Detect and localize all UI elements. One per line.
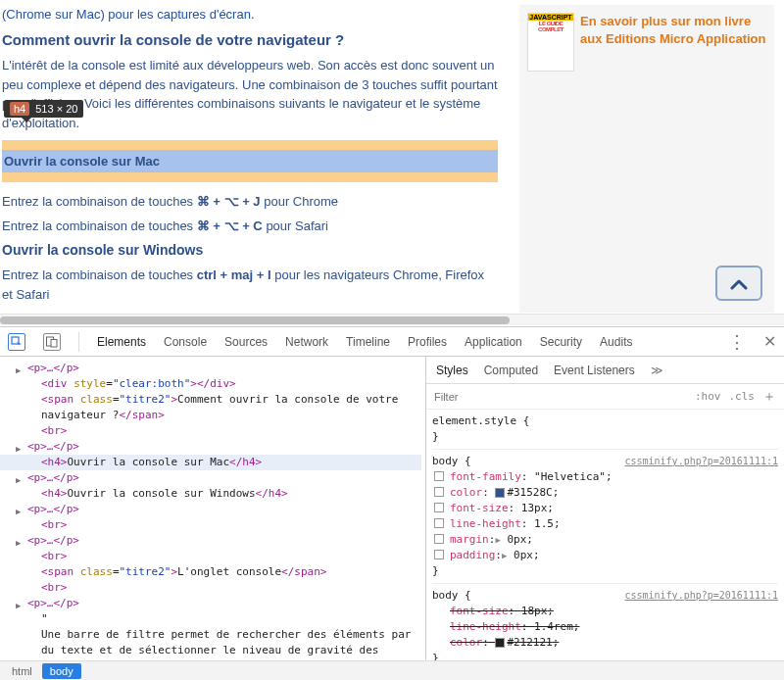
color-swatch[interactable] [495, 638, 505, 648]
back-to-top-button[interactable] [715, 266, 762, 301]
tab-console[interactable]: Console [164, 335, 207, 349]
chevron-up-icon [730, 278, 748, 290]
tab-elements[interactable]: Elements [97, 335, 146, 349]
tab-audits[interactable]: Audits [600, 335, 632, 349]
rule-source-link[interactable]: cssminify.php?p=20161111:1 [624, 588, 778, 604]
tab-security[interactable]: Security [540, 335, 582, 349]
tab-application[interactable]: Application [465, 335, 522, 349]
devtools-close-icon[interactable]: ✕ [763, 332, 776, 351]
devtools-menu-icon[interactable]: ⋮ [728, 331, 746, 353]
highlight-margin-band: Ouvrir la console sur Mac [2, 140, 498, 182]
devtools-panel: Elements Console Sources Network Timelin… [0, 326, 784, 680]
styles-tab-computed[interactable]: Computed [484, 364, 538, 377]
styles-tab-more-icon[interactable]: ≫ [651, 364, 663, 377]
breadcrumb-html[interactable]: html [4, 663, 40, 679]
tab-timeline[interactable]: Timeline [346, 335, 390, 349]
tab-network[interactable]: Network [285, 335, 328, 349]
css-rules[interactable]: element.style { } cssminify.php?p=201611… [426, 410, 784, 660]
intro-paragraph: L'intérêt de la console est limité aux d… [2, 56, 498, 132]
styles-filter-input[interactable] [434, 391, 687, 403]
inspect-tooltip-dims: 513 × 20 [35, 103, 77, 115]
intro-link-tail: (Chrome sur Mac) pour les captures d'écr… [2, 5, 498, 24]
h4-mac-heading: Ouvrir la console sur Mac [2, 150, 498, 172]
styles-tab-event-listeners[interactable]: Event Listeners [554, 364, 635, 377]
color-swatch[interactable] [495, 488, 505, 498]
svg-rect-2 [51, 339, 57, 347]
dom-selected-h4[interactable]: <h4>Ouvrir la console sur Mac</h4> [0, 455, 421, 470]
scrollbar-thumb[interactable] [0, 316, 510, 324]
styles-pane: Styles Computed Event Listeners ≫ :hov .… [426, 357, 784, 660]
dom-tree[interactable]: ▶<p>…</p> <div style="clear:both"></div>… [0, 357, 426, 660]
cls-toggle[interactable]: .cls [729, 390, 756, 403]
mac-safari-line: Entrez la combinaison de touches ⌘ + ⌥ +… [2, 217, 498, 236]
hov-toggle[interactable]: :hov [695, 390, 721, 403]
inspect-tooltip-tag: h4 [10, 102, 29, 116]
new-style-rule-icon[interactable]: ＋ [762, 388, 776, 406]
rule-source-link[interactable]: cssminify.php?p=20161111:1 [624, 454, 778, 469]
styles-tab-styles[interactable]: Styles [436, 364, 468, 377]
inspect-tooltip: h4513 × 20 [4, 100, 83, 118]
win-line: Entrez la combinaison de touches ctrl + … [2, 266, 498, 304]
book-link[interactable]: En savoir plus sur mon livre aux Edition… [580, 14, 765, 46]
book-thumbnail: JAVASCRIPT LE GUIDE COMPLET [527, 13, 574, 72]
breadcrumb: html body [0, 660, 784, 680]
tab-profiles[interactable]: Profiles [408, 335, 447, 349]
horizontal-scrollbar[interactable] [0, 314, 784, 325]
tab-sources[interactable]: Sources [224, 335, 268, 349]
breadcrumb-body[interactable]: body [42, 663, 81, 679]
devtools-tabbar: Elements Console Sources Network Timelin… [0, 327, 784, 357]
inspect-element-icon[interactable] [8, 333, 25, 351]
section-heading: Comment ouvrir la console de votre navig… [2, 29, 498, 52]
device-toolbar-icon[interactable] [43, 333, 61, 351]
mac-chrome-line: Entrez la combinaison de touches ⌘ + ⌥ +… [2, 192, 498, 212]
h4-win-heading: Ouvrir la console sur Windows [2, 240, 498, 261]
sidebar-promo: JAVASCRIPT LE GUIDE COMPLET En savoir pl… [519, 5, 774, 313]
